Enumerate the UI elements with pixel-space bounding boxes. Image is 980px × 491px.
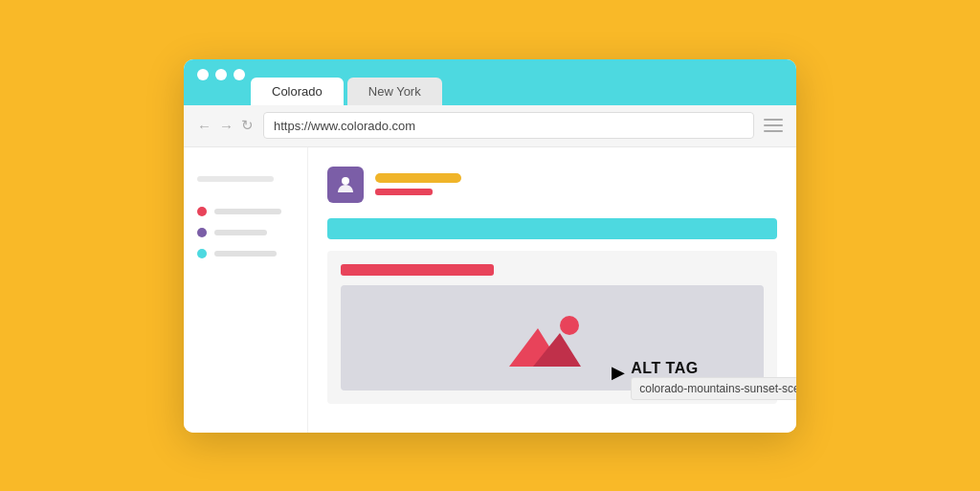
sidebar-section: [197, 207, 294, 258]
forward-button[interactable]: →: [219, 118, 234, 134]
profile-row: [327, 167, 777, 203]
sidebar-item: [197, 249, 294, 258]
sidebar-item: [197, 207, 294, 216]
url-input[interactable]: [263, 112, 754, 139]
sidebar: [184, 147, 308, 433]
traffic-light-close[interactable]: [197, 69, 209, 80]
main-content: ▶ ALT TAG colorado-mountains-sunset-scen…: [308, 147, 796, 433]
sidebar-divider: [197, 176, 274, 182]
cursor-icon: ▶: [612, 362, 625, 383]
menu-icon[interactable]: [764, 119, 783, 132]
tab-colorado[interactable]: Colorado: [251, 78, 344, 105]
sidebar-line-1: [214, 209, 281, 214]
traffic-light-maximize[interactable]: [234, 69, 245, 80]
sidebar-item: [197, 228, 294, 237]
svg-point-1: [560, 316, 579, 335]
image-card: ▶ ALT TAG colorado-mountains-sunset-scen…: [327, 251, 777, 404]
back-button[interactable]: ←: [197, 118, 212, 134]
mountain-illustration: [504, 304, 600, 371]
nav-buttons: ← → ↻: [197, 117, 254, 134]
sidebar-dot-2: [197, 228, 207, 237]
traffic-lights: [197, 69, 245, 80]
sidebar-line-2: [214, 230, 267, 235]
image-placeholder: ▶ ALT TAG colorado-mountains-sunset-scen…: [341, 285, 764, 391]
tab-bar-wrapper: Colorado New York: [184, 59, 796, 105]
alt-tag-label: ALT TAG: [631, 360, 796, 377]
profile-lines: [375, 173, 461, 195]
traffic-light-minimize[interactable]: [215, 69, 227, 80]
profile-subtitle-line: [375, 189, 433, 195]
reload-button[interactable]: ↻: [241, 117, 254, 134]
cyan-banner: [327, 218, 777, 239]
content-area: ▶ ALT TAG colorado-mountains-sunset-scen…: [184, 147, 796, 433]
avatar: [327, 167, 364, 203]
browser-window: Colorado New York ← → ↻: [184, 59, 796, 433]
sidebar-dot-3: [197, 249, 207, 258]
alt-tag-value: colorado-mountains-sunset-scene: [631, 377, 796, 400]
tab-new-york[interactable]: New York: [347, 78, 442, 105]
avatar-icon: [335, 174, 356, 195]
sidebar-dot-1: [197, 207, 207, 216]
sidebar-line-3: [214, 251, 277, 257]
alt-tag-box: ALT TAG colorado-mountains-sunset-scene: [631, 360, 796, 400]
tab-bar: Colorado New York: [184, 59, 796, 105]
svg-point-0: [342, 177, 349, 185]
profile-name-line: [375, 173, 461, 183]
alt-tag-container: ▶ ALT TAG colorado-mountains-sunset-scen…: [612, 360, 796, 400]
address-bar: ← → ↻: [184, 105, 796, 147]
image-title-bar: [341, 264, 494, 276]
